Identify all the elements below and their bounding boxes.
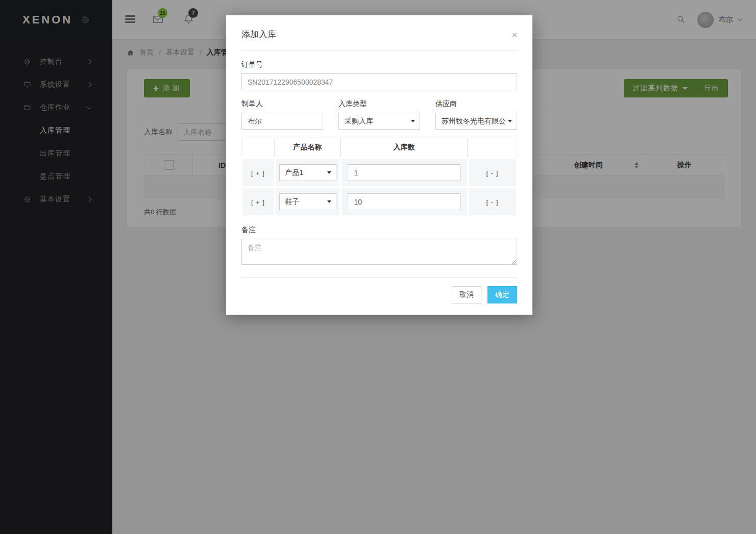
column-header-qty: 入库数	[340, 138, 467, 158]
modal-title: 添加入库	[241, 30, 276, 39]
maker-label: 制单人	[241, 99, 323, 109]
order-number-input[interactable]	[241, 73, 517, 90]
column-header-remove	[468, 138, 517, 158]
product-select[interactable]: 产品1	[279, 164, 336, 181]
add-row-button[interactable]: [ + ]	[251, 198, 265, 206]
cancel-button[interactable]: 取消	[452, 286, 481, 303]
item-row: [ + ] 鞋子 [ - ]	[241, 187, 517, 216]
confirm-button[interactable]: 确定	[487, 286, 517, 303]
remark-label: 备注	[241, 225, 517, 235]
column-header-add	[241, 138, 275, 158]
add-row-button[interactable]: [ + ]	[251, 169, 265, 177]
inbound-type-select[interactable]: 采购入库	[338, 113, 420, 130]
order-number-label: 订单号	[241, 60, 517, 69]
caret-down-icon	[327, 200, 331, 203]
remove-row-button[interactable]: [ - ]	[486, 198, 499, 206]
close-icon[interactable]: ×	[512, 31, 517, 39]
screen: XENON 控制台 系统设置	[0, 0, 756, 534]
item-row: [ + ] 产品1 [ - ]	[241, 158, 517, 187]
qty-input[interactable]	[348, 193, 460, 210]
caret-down-icon	[508, 120, 512, 122]
qty-input[interactable]	[348, 164, 460, 181]
remove-row-button[interactable]: [ - ]	[486, 169, 499, 177]
product-select[interactable]: 鞋子	[279, 193, 336, 210]
caret-down-icon	[411, 120, 415, 122]
supplier-label: 供应商	[435, 99, 517, 109]
maker-input[interactable]	[241, 113, 323, 130]
modal-items-table: 产品名称 入库数 [ + ] 产品1 [ - ]	[241, 138, 517, 216]
caret-down-icon	[327, 171, 331, 174]
column-header-product: 产品名称	[275, 138, 341, 158]
add-inbound-modal: 添加入库 × 订单号 制单人 入库类型 采购入库 供应商 苏州牧冬光电有限公司	[226, 15, 532, 315]
supplier-select[interactable]: 苏州牧冬光电有限公司	[435, 113, 517, 130]
remark-textarea[interactable]	[241, 239, 517, 265]
inbound-type-label: 入库类型	[338, 99, 420, 109]
